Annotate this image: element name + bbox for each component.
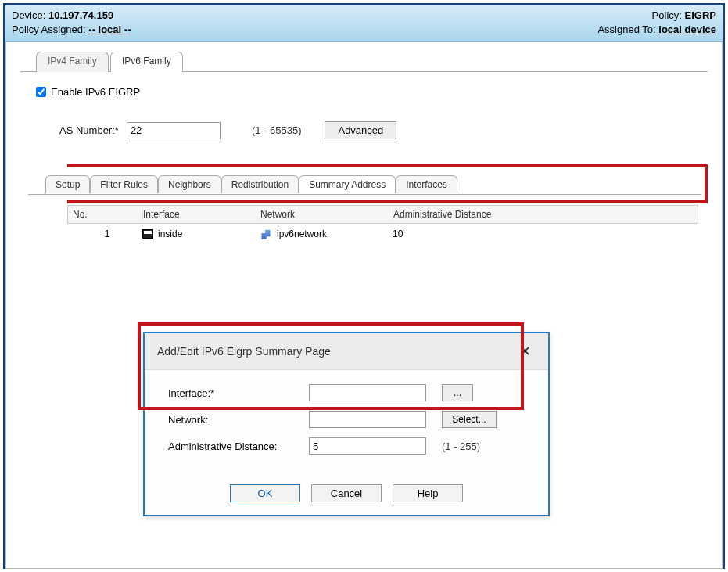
network-icon: [260, 228, 272, 239]
close-icon[interactable]: ✕: [515, 343, 536, 360]
assigned-to-label: Assigned To:: [597, 23, 655, 35]
advanced-button[interactable]: Advanced: [325, 121, 396, 139]
subtab-highlight: Setup Filter Rules Neighbors Redistribut…: [67, 164, 708, 203]
as-number-hint: (1 - 65535): [252, 124, 302, 136]
policy-assigned-label: Policy Assigned:: [12, 23, 86, 35]
network-field-input[interactable]: [309, 411, 426, 428]
admin-distance-field-label: Administrative Distance:: [168, 441, 301, 452]
device-label: Device:: [12, 9, 45, 21]
cell-network: ipv6network: [277, 228, 327, 239]
add-edit-summary-dialog: Add/Edit IPv6 Eigrp Summary Page ✕ Inter…: [143, 332, 550, 516]
cell-no: 1: [72, 228, 142, 239]
admin-distance-field-input[interactable]: [309, 437, 426, 455]
col-no: No.: [73, 209, 143, 220]
enable-ipv6-eigrp-label: Enable IPv6 EIGRP: [51, 86, 140, 98]
subtab-summary-address[interactable]: Summary Address: [299, 175, 396, 193]
window-header: Device: 10.197.74.159 Policy Assigned: -…: [5, 5, 723, 42]
subtab-filter-rules[interactable]: Filter Rules: [90, 175, 158, 193]
policy-assigned-value[interactable]: -- local --: [88, 23, 131, 35]
table-row[interactable]: 1 inside ipv6network 10: [67, 224, 698, 244]
col-interface: Interface: [143, 209, 260, 220]
ok-button[interactable]: OK: [230, 484, 300, 502]
as-number-label: AS Number:*: [59, 124, 119, 136]
policy-value: EIGRP: [685, 9, 716, 21]
device-value: 10.197.74.159: [48, 9, 113, 21]
subtab-redistribution[interactable]: Redistribution: [221, 175, 299, 193]
help-button[interactable]: Help: [393, 484, 463, 502]
tab-ipv4-family[interactable]: IPv4 Family: [36, 52, 109, 72]
col-admin-dist: Administrative Distance: [393, 209, 693, 220]
summary-address-table: No. Interface Network Administrative Dis…: [67, 205, 698, 244]
admin-distance-hint: (1 - 255): [442, 441, 520, 452]
interface-field-input[interactable]: [309, 384, 426, 401]
policy-label: Policy:: [652, 9, 682, 21]
interface-browse-button[interactable]: ...: [442, 384, 473, 401]
cell-interface: inside: [158, 228, 182, 239]
col-network: Network: [260, 209, 393, 220]
as-number-input[interactable]: [127, 122, 221, 139]
cancel-button[interactable]: Cancel: [311, 484, 382, 502]
subtab-interfaces[interactable]: Interfaces: [396, 175, 457, 193]
dialog-title: Add/Edit IPv6 Eigrp Summary Page: [157, 345, 331, 358]
enable-ipv6-eigrp-checkbox[interactable]: [36, 87, 46, 97]
network-field-label: Network:: [168, 414, 301, 426]
cell-admin-dist: 10: [393, 228, 694, 239]
network-select-button[interactable]: Select...: [442, 411, 497, 428]
tab-ipv6-family[interactable]: IPv6 Family: [110, 52, 183, 72]
interface-icon: [142, 229, 153, 239]
subtab-setup[interactable]: Setup: [45, 175, 90, 193]
assigned-to-value[interactable]: local device: [658, 23, 716, 35]
interface-field-label: Interface:*: [168, 387, 301, 399]
subtab-neighbors[interactable]: Neighbors: [158, 175, 221, 193]
